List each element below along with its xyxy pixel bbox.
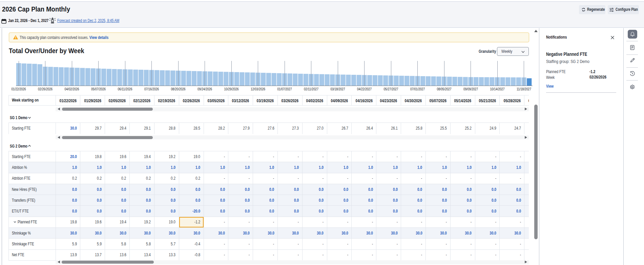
- svg-text:12/03/2026: 12/03/2026: [251, 87, 265, 91]
- svg-text:10/14/2027: 10/14/2027: [490, 87, 505, 91]
- svg-text:10/29/2026: 10/29/2026: [224, 87, 239, 91]
- svg-text:05/27/2027: 05/27/2027: [384, 87, 398, 91]
- svg-text:11/18/2027: 11/18/2027: [517, 87, 531, 91]
- svg-text:09/24/2026: 09/24/2026: [198, 87, 212, 91]
- svg-text:06/11/2026: 06/11/2026: [118, 87, 132, 91]
- svg-text:08/05/2027: 08/05/2027: [437, 87, 452, 91]
- svg-text:07/01/2027: 07/01/2027: [410, 87, 425, 91]
- svg-text:04/02/2026: 04/02/2026: [65, 87, 79, 91]
- svg-text:07/16/2026: 07/16/2026: [144, 87, 159, 91]
- svg-text:04/22/2027: 04/22/2027: [357, 87, 372, 91]
- svg-text:03/18/2027: 03/18/2027: [331, 87, 345, 91]
- svg-text:02/26/2026: 02/26/2026: [38, 87, 53, 91]
- svg-text:01/22/2026: 01/22/2026: [12, 87, 26, 91]
- svg-text:01/07/2027: 01/07/2027: [277, 87, 292, 91]
- svg-text:02/11/2027: 02/11/2027: [304, 87, 318, 91]
- svg-text:05/07/2026: 05/07/2026: [91, 87, 106, 91]
- svg-text:09/09/2027: 09/09/2027: [463, 87, 478, 91]
- svg-text:08/20/2026: 08/20/2026: [171, 87, 186, 91]
